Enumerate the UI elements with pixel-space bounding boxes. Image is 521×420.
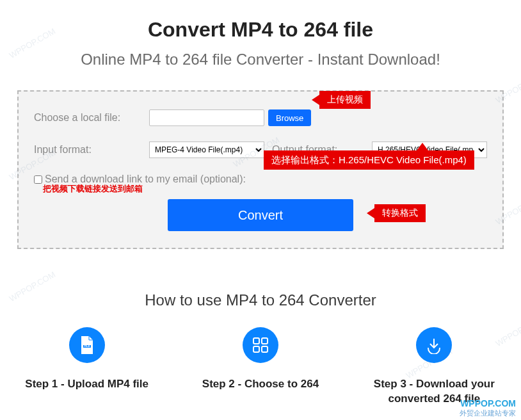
step-2: Step 2 - Choose to 264	[180, 327, 341, 407]
input-format-select[interactable]: MPEG-4 Video File(.mp4)	[149, 141, 264, 158]
converter-panel: Choose a local file: Browse Input format…	[17, 90, 504, 249]
row-choose-file: Choose a local file: Browse	[34, 109, 487, 126]
email-checkbox[interactable]	[34, 175, 42, 184]
annotation-email-note: 把视频下载链接发送到邮箱	[43, 183, 143, 195]
svg-rect-3	[262, 338, 268, 344]
file-input[interactable]	[149, 109, 264, 126]
svg-rect-5	[262, 346, 268, 352]
step-2-text: Step 2 - Choose to 264	[180, 377, 341, 392]
annotation-upload: 上传视频	[319, 91, 371, 109]
annotation-convert: 转换格式	[374, 204, 426, 222]
page-subtitle: Online MP4 to 264 file Converter - Insta…	[0, 51, 521, 69]
svg-rect-2	[253, 338, 259, 344]
footer-watermark: WPPOP.COM 外贸企业建站专家	[460, 398, 516, 417]
step-3: Step 3 - Download your converted 264 fil…	[354, 327, 514, 407]
steps-row: FILE Step 1 - Upload MP4 file Step 2 - C…	[0, 327, 521, 407]
input-format-label: Input format:	[34, 144, 149, 156]
convert-button[interactable]: Convert	[168, 199, 353, 231]
svg-rect-4	[253, 346, 259, 352]
grid-icon	[243, 327, 278, 363]
annotation-select-output: 选择输出格式：H.265/HEVC Video File(.mp4)	[264, 150, 474, 170]
page-title: Convert MP4 to 264 file	[0, 18, 521, 42]
howto-title: How to use MP4 to 264 Converter	[0, 291, 521, 309]
download-icon	[416, 327, 452, 363]
step-1: FILE Step 1 - Upload MP4 file	[7, 327, 167, 407]
step-1-text: Step 1 - Upload MP4 file	[7, 377, 167, 392]
file-icon: FILE	[69, 327, 105, 363]
browse-button[interactable]: Browse	[268, 109, 311, 126]
choose-file-label: Choose a local file:	[34, 112, 149, 124]
svg-text:FILE: FILE	[84, 344, 90, 348]
